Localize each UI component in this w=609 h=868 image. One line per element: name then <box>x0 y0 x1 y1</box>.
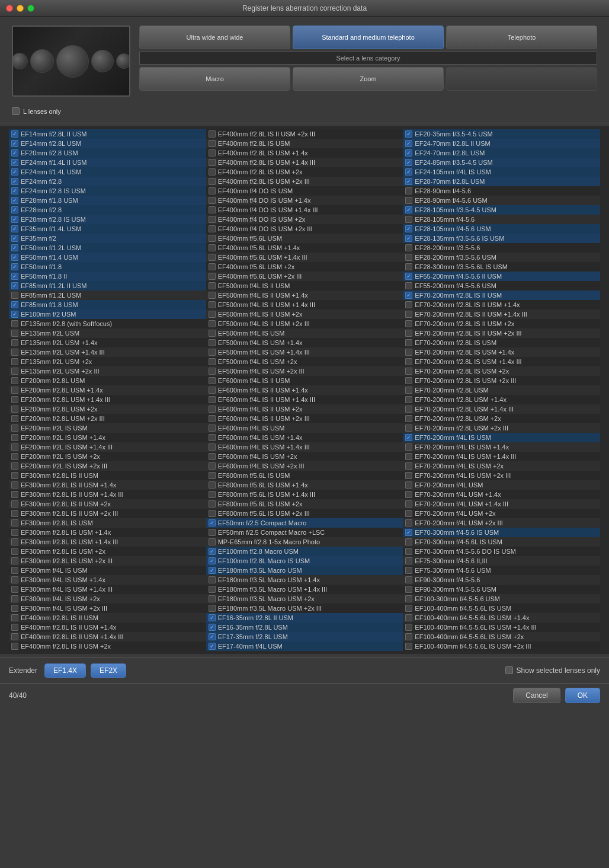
lens-checkbox[interactable] <box>209 244 216 251</box>
category-zoom[interactable]: Zoom <box>293 67 444 91</box>
list-item[interactable]: ✓EF50mm f/1.8 II <box>9 272 206 281</box>
lens-checkbox[interactable] <box>209 311 216 318</box>
lens-checkbox[interactable] <box>11 624 18 631</box>
list-item[interactable]: EF500mm f/4L IS II USM +1.4x <box>206 291 403 300</box>
list-item[interactable]: ✓EF24-70mm f/2.8L USM <box>403 148 600 158</box>
lens-checkbox[interactable] <box>405 339 412 346</box>
list-item[interactable]: EF70-200mm f/2.8L IS USM +2x <box>403 366 600 376</box>
lens-checkbox[interactable] <box>209 292 216 299</box>
list-item[interactable]: EF70-200mm f/2.8L USM +2x <box>403 414 600 423</box>
lens-checkbox[interactable]: ✓ <box>209 557 216 564</box>
lens-checkbox[interactable]: ✓ <box>405 130 412 138</box>
lens-checkbox[interactable] <box>209 235 216 242</box>
category-telephoto[interactable]: Telephoto <box>446 25 597 49</box>
lens-checkbox[interactable] <box>405 453 412 460</box>
lens-checkbox[interactable] <box>11 491 18 498</box>
lens-checkbox[interactable] <box>405 491 412 498</box>
list-item[interactable]: ✓EF20-35mm f/3.5-4.5 USM <box>403 129 600 139</box>
list-item[interactable]: EF70-200mm f/2.8L IS USM +1.4x <box>403 347 600 357</box>
l-lenses-checkbox[interactable] <box>12 107 20 115</box>
list-item[interactable]: EF100-400mm f/4.5-5.6L IS USM +1.4x <box>403 613 600 623</box>
list-item[interactable]: EF400mm f/2.8L IS USM +1.4x III <box>206 158 403 167</box>
maximize-button[interactable] <box>27 5 34 12</box>
list-item[interactable]: EF70-200mm f/2.8L USM +2x III <box>403 423 600 433</box>
lens-checkbox[interactable] <box>209 168 216 175</box>
lens-checkbox[interactable] <box>405 519 412 526</box>
extender-2x-button[interactable]: EF2X <box>91 663 126 678</box>
lens-checkbox[interactable] <box>405 500 412 508</box>
lens-checkbox[interactable]: ✓ <box>209 614 216 621</box>
list-item[interactable]: ✓EF100mm f/2.8L Macro IS USM <box>206 556 403 566</box>
lens-checkbox[interactable] <box>209 140 216 147</box>
lens-checkbox[interactable] <box>405 197 412 204</box>
lens-checkbox[interactable] <box>405 244 412 251</box>
lens-checkbox[interactable] <box>405 311 412 318</box>
lens-checkbox[interactable] <box>405 586 412 593</box>
list-item[interactable]: EF300mm f/4L IS USM <box>9 566 206 575</box>
list-item[interactable]: EF135mm f/2L USM +2x III <box>9 366 206 376</box>
list-item[interactable]: EF75-300mm f/4-5.6 USM <box>403 566 600 575</box>
list-item[interactable]: ✓EF28-70mm f/2.8L USM <box>403 177 600 186</box>
lens-checkbox[interactable] <box>11 425 18 432</box>
lens-checkbox[interactable] <box>11 529 18 536</box>
list-item[interactable]: EF600mm f/4L IS USM +1.4x III <box>206 442 403 452</box>
lens-checkbox[interactable]: ✓ <box>405 149 412 157</box>
list-item[interactable]: EF200mm f/2.8L USM <box>9 376 206 385</box>
lens-checkbox[interactable] <box>11 396 18 403</box>
list-item[interactable]: EF100-300mm f/4.5-5.6 USM <box>403 594 600 604</box>
list-item[interactable]: EF180mm f/3.5L Macro USM +1.4x <box>206 575 403 585</box>
list-item[interactable]: ✓EF28mm f/1.8 USM <box>9 196 206 205</box>
lens-checkbox[interactable]: ✓ <box>405 273 412 280</box>
list-item[interactable]: EF70-200mm f/2.8L IS II USM +2x <box>403 319 600 328</box>
lens-checkbox[interactable] <box>209 443 216 451</box>
lens-checkbox[interactable] <box>11 519 18 526</box>
lens-checkbox[interactable]: ✓ <box>11 187 18 194</box>
list-item[interactable]: ✓EF14mm f/2.8L USM <box>9 139 206 148</box>
lens-checkbox[interactable] <box>405 406 412 413</box>
list-item[interactable]: EF135mm f/2L USM +2x <box>9 357 206 366</box>
lens-checkbox[interactable] <box>209 406 216 413</box>
list-item[interactable]: ✓EF28-135mm f/3.5-5.6 IS USM <box>403 234 600 243</box>
list-item[interactable]: EF70-200mm f/2.8L IS USM +1.4x III <box>403 357 600 366</box>
lens-checkbox[interactable]: ✓ <box>11 130 18 138</box>
list-item[interactable]: EF70-200mm f/2.8L IS II USM +1.4x III <box>403 309 600 319</box>
list-item[interactable]: EF300mm f/2.8L IS USM +1.4x <box>9 528 206 537</box>
list-item[interactable]: EF200mm f/2L IS USM <box>9 423 206 433</box>
lens-checkbox[interactable]: ✓ <box>209 567 216 574</box>
list-item[interactable]: EF200mm f/2L IS USM +1.4x III <box>9 442 206 452</box>
lens-checkbox[interactable] <box>209 178 216 185</box>
lens-checkbox[interactable] <box>209 301 216 308</box>
lens-checkbox[interactable] <box>11 605 18 612</box>
list-item[interactable]: EF28-105mm f/4-5.6 <box>403 215 600 224</box>
extender-1x-button[interactable]: EF1.4X <box>44 663 86 678</box>
lens-checkbox[interactable] <box>405 254 412 261</box>
list-item[interactable]: EF70-200mm f/4L IS USM +1.4x III <box>403 452 600 461</box>
lens-checkbox[interactable] <box>405 614 412 621</box>
list-item[interactable]: ✓EF35mm f/1.4L USM <box>9 224 206 234</box>
lens-checkbox[interactable] <box>209 434 216 441</box>
lens-checkbox[interactable]: ✓ <box>11 206 18 213</box>
list-item[interactable]: EF200mm f/2.8L USM +2x III <box>9 414 206 423</box>
lens-checkbox[interactable] <box>11 510 18 517</box>
lens-checkbox[interactable] <box>405 216 412 223</box>
list-item[interactable]: ✓EF85mm f/1.2L II USM <box>9 281 206 291</box>
lens-checkbox[interactable] <box>11 614 18 621</box>
list-item[interactable]: EF75-300mm f/4-5.6 II,III <box>403 556 600 566</box>
list-item[interactable]: EF300mm f/4L IS USM +2x III <box>9 604 206 613</box>
category-ultrawide[interactable]: Ultra wide and wide <box>139 25 290 49</box>
lens-checkbox[interactable]: ✓ <box>11 235 18 242</box>
list-item[interactable]: ✓EF50mm f/1.4 USM <box>9 253 206 262</box>
minimize-button[interactable] <box>17 5 24 12</box>
lens-checkbox[interactable] <box>209 349 216 356</box>
lens-checkbox[interactable] <box>11 633 18 640</box>
lens-checkbox[interactable]: ✓ <box>405 178 412 185</box>
lens-checkbox[interactable] <box>405 415 412 422</box>
list-item[interactable]: EF28-200mm f/3.5-5.6 USM <box>403 253 600 262</box>
list-item[interactable]: EF300mm f/2.8L IS USM +2x III <box>9 556 206 566</box>
lens-checkbox[interactable] <box>209 159 216 166</box>
lens-checkbox[interactable] <box>405 633 412 640</box>
list-item[interactable]: EF70-200mm f/4L USM +2x <box>403 509 600 518</box>
lens-checkbox[interactable]: ✓ <box>405 235 412 242</box>
list-item[interactable]: EF100-400mm f/4.5-5.6L IS USM <box>403 604 600 613</box>
list-item[interactable]: EF28-200mm f/3.5-5.6 <box>403 243 600 253</box>
